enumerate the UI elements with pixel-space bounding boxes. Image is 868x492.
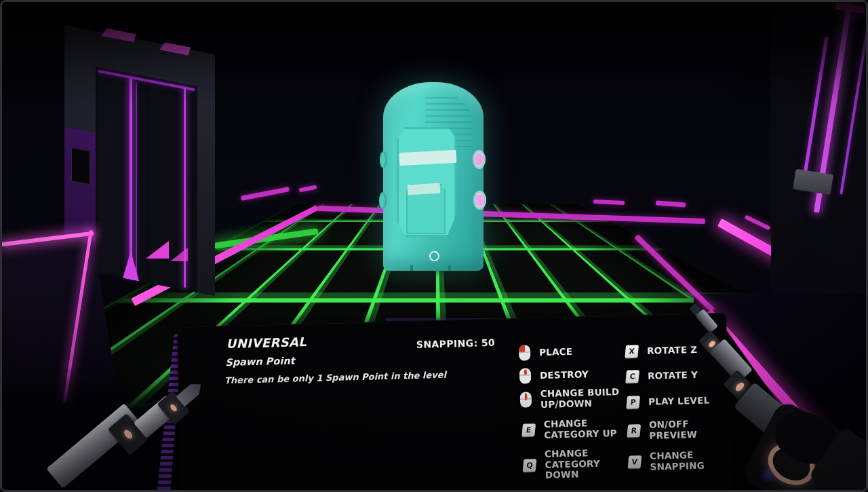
spawn-side-port <box>473 150 486 169</box>
key-v-icon: V <box>628 455 642 469</box>
control-hint-change-snapping: V CHANGE SNAPPING <box>628 449 730 473</box>
control-hint-preview: R ON/OFF PREVIEW <box>627 418 730 442</box>
control-label: PLACE <box>539 346 572 358</box>
item-description: There can be only 1 Spawn Point in the l… <box>224 370 448 386</box>
spawn-side-bump <box>380 151 387 168</box>
control-hint-destroy: DESTROY <box>519 366 589 384</box>
knuckle-glow-dot <box>123 428 134 440</box>
port-pink-lens <box>475 153 483 166</box>
key-e-icon: E <box>521 423 536 437</box>
key-r-icon: R <box>627 424 641 438</box>
spawn-point-object[interactable] <box>383 82 484 271</box>
control-label: ROTATE Z <box>647 345 697 357</box>
control-label: ROTATE Y <box>648 370 698 382</box>
control-hint-category-up: E CHANGE CATEGORY UP <box>522 417 626 441</box>
control-label: CHANGE CATEGORY DOWN <box>545 447 627 481</box>
knuckle-glow-dot <box>734 381 746 393</box>
control-hint-place: PLACE <box>519 344 573 361</box>
control-hint-play-level: P PLAY LEVEL <box>627 394 710 409</box>
control-label: CHANGE BUILD UP/DOWN <box>540 387 623 410</box>
mouse-scroll-wheel-icon <box>520 392 532 408</box>
control-hint-category-down: Q CHANGE CATEGORY DOWN <box>523 447 627 482</box>
control-label: CHANGE SNAPPING <box>650 449 730 472</box>
spawn-bottom-ring <box>429 251 439 261</box>
knuckle-glow-dot <box>169 403 178 413</box>
spawn-side-port <box>473 191 486 210</box>
mouse-left-click-icon <box>519 345 531 360</box>
port-pink-lens <box>476 194 484 206</box>
key-c-icon: C <box>625 370 639 383</box>
spawn-light-strip <box>408 183 441 195</box>
door-neon-line <box>130 79 132 278</box>
selected-item-name: Spawn Point <box>225 355 295 368</box>
control-label: DESTROY <box>540 369 589 381</box>
snapping-status: SNAPPING: 50 <box>416 337 496 350</box>
key-q-icon: Q <box>523 459 537 472</box>
spawn-base-notch <box>410 265 413 271</box>
control-hint-change-build: CHANGE BUILD UP/DOWN <box>520 387 623 411</box>
key-p-icon: P <box>626 396 640 409</box>
door-window <box>71 147 90 185</box>
spawn-side-bump <box>379 192 387 209</box>
key-x-icon: X <box>625 345 639 358</box>
control-hint-rotate-y: C ROTATE Y <box>626 368 698 383</box>
control-hint-rotate-z: X ROTATE Z <box>625 343 697 358</box>
spawn-base-notch <box>448 265 451 271</box>
control-label: ON/OFF PREVIEW <box>649 418 730 441</box>
control-label: CHANGE CATEGORY UP <box>544 417 626 440</box>
game-viewport: UNIVERSAL Spawn Point There can be only … <box>0 0 868 492</box>
category-title: UNIVERSAL <box>226 335 307 351</box>
hud-panel: UNIVERSAL Spawn Point There can be only … <box>177 313 731 492</box>
door-neon-line <box>136 82 137 278</box>
control-label: PLAY LEVEL <box>648 395 710 407</box>
mouse-middle-click-icon <box>519 368 532 383</box>
robot-hand-blue-glint <box>759 468 778 482</box>
